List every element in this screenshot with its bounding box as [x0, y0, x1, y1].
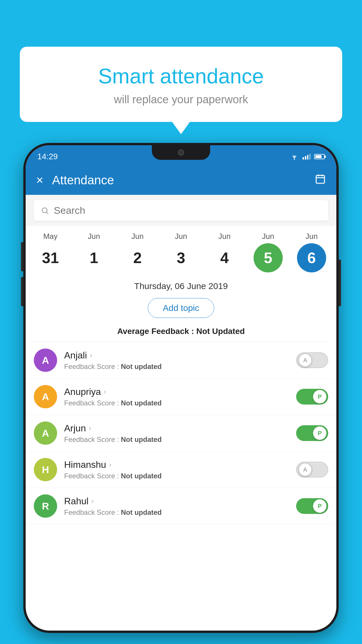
- student-list: AAnjali›Feedback Score : Not updatedAAAn…: [26, 342, 336, 524]
- student-name: Anupriya: [64, 386, 101, 397]
- student-list-item[interactable]: AArjun›Feedback Score : Not updatedP: [26, 415, 336, 452]
- cal-month-label: Jun: [305, 232, 318, 241]
- status-time: 14:29: [37, 152, 58, 161]
- app-header: × Attendance: [26, 166, 336, 195]
- student-avatar: A: [34, 385, 57, 408]
- student-feedback-score: Feedback Score : Not updated: [64, 363, 296, 371]
- close-button[interactable]: ×: [36, 174, 43, 186]
- add-topic-row: Add topic: [26, 294, 336, 324]
- phone-frame: 14:29: [23, 143, 339, 633]
- student-name-row: Anjali›: [64, 350, 296, 361]
- cal-date-number: 1: [79, 243, 108, 272]
- toggle-knob: P: [313, 426, 326, 440]
- calendar-day[interactable]: Jun2: [119, 232, 157, 272]
- student-info: Himanshu›Feedback Score : Not updated: [64, 459, 296, 480]
- cal-date-number: 5: [254, 243, 283, 272]
- calendar-day[interactable]: Jun4: [205, 232, 243, 272]
- attendance-toggle[interactable]: A: [296, 462, 328, 477]
- toggle-knob: P: [313, 499, 326, 513]
- student-avatar: H: [34, 458, 57, 481]
- student-info: Anupriya›Feedback Score : Not updated: [64, 386, 296, 407]
- calendar-strip: May31Jun1Jun2Jun3Jun4Jun5Jun6: [26, 226, 336, 275]
- student-info: Anjali›Feedback Score : Not updated: [64, 350, 296, 371]
- cal-month-label: Jun: [175, 232, 187, 241]
- svg-point-0: [294, 159, 295, 160]
- attendance-toggle[interactable]: A: [296, 352, 328, 368]
- cal-date-number: 3: [166, 243, 196, 272]
- cal-month-label: Jun: [218, 232, 231, 241]
- student-feedback-score: Feedback Score : Not updated: [64, 508, 296, 517]
- student-list-item[interactable]: AAnjali›Feedback Score : Not updatedA: [26, 342, 336, 379]
- bubble-subtitle: will replace your paperwork: [34, 93, 328, 106]
- student-info: Rahul›Feedback Score : Not updated: [64, 496, 296, 517]
- calendar-day[interactable]: Jun6: [293, 232, 331, 272]
- avg-feedback-label: Average Feedback :: [117, 327, 196, 336]
- search-input[interactable]: [54, 205, 321, 216]
- attendance-toggle[interactable]: P: [296, 498, 328, 514]
- avg-feedback-row: Average Feedback : Not Updated: [26, 324, 336, 342]
- calendar-day[interactable]: Jun5: [249, 232, 287, 272]
- chevron-right-icon: ›: [109, 461, 111, 469]
- student-list-item[interactable]: AAnupriya›Feedback Score : Not updatedP: [26, 379, 336, 415]
- chevron-right-icon: ›: [90, 351, 92, 359]
- chevron-right-icon: ›: [92, 497, 94, 505]
- student-feedback-score: Feedback Score : Not updated: [64, 435, 296, 444]
- toggle-knob: A: [298, 463, 312, 476]
- battery-icon: [314, 154, 325, 159]
- volume-up-button[interactable]: [21, 242, 23, 271]
- student-avatar: A: [34, 421, 57, 445]
- selected-date-label: Thursday, 06 June 2019: [134, 281, 228, 291]
- cal-month-label: Jun: [88, 232, 100, 241]
- search-container: [26, 195, 336, 226]
- cal-date-number: 6: [297, 243, 326, 272]
- wifi-icon: [290, 153, 299, 160]
- add-topic-button[interactable]: Add topic: [148, 298, 214, 318]
- student-avatar: R: [34, 494, 57, 518]
- student-name: Himanshu: [64, 459, 106, 470]
- student-name: Rahul: [64, 496, 89, 507]
- svg-point-5: [42, 208, 47, 213]
- volume-down-button[interactable]: [21, 277, 23, 306]
- search-icon: [41, 206, 49, 215]
- phone-screen: 14:29: [26, 145, 336, 631]
- speech-bubble-container: Smart attendance will replace your paper…: [20, 47, 342, 122]
- cal-date-number: 2: [123, 243, 152, 272]
- calendar-button[interactable]: [315, 174, 326, 187]
- status-icons: [290, 153, 325, 160]
- student-feedback-score: Feedback Score : Not updated: [64, 399, 296, 407]
- cal-month-label: Jun: [262, 232, 274, 241]
- attendance-toggle[interactable]: P: [296, 425, 328, 441]
- student-list-item[interactable]: RRahul›Feedback Score : Not updatedP: [26, 488, 336, 524]
- student-list-item[interactable]: HHimanshu›Feedback Score : Not updatedA: [26, 452, 336, 488]
- svg-rect-1: [316, 175, 325, 183]
- cal-month-label: Jun: [131, 232, 144, 241]
- header-title: Attendance: [52, 173, 315, 187]
- avg-feedback-text: Average Feedback : Not Updated: [117, 327, 245, 336]
- power-button[interactable]: [339, 260, 341, 306]
- student-name-row: Arjun›: [64, 423, 296, 434]
- cal-date-number: 31: [36, 243, 65, 272]
- camera-icon: [178, 149, 184, 156]
- student-info: Arjun›Feedback Score : Not updated: [64, 423, 296, 444]
- phone-notch: [152, 145, 210, 160]
- phone-container: 14:29: [23, 143, 339, 644]
- calendar-icon: [315, 174, 326, 185]
- avg-feedback-value: Not Updated: [196, 327, 245, 336]
- calendar-day[interactable]: Jun3: [162, 232, 200, 272]
- date-label-row: Thursday, 06 June 2019: [26, 275, 336, 294]
- student-name: Arjun: [64, 423, 86, 434]
- student-name-row: Anupriya›: [64, 386, 296, 397]
- calendar-day[interactable]: May31: [31, 232, 69, 272]
- toggle-knob: P: [313, 390, 326, 403]
- attendance-toggle[interactable]: P: [296, 389, 328, 405]
- cal-date-number: 4: [210, 243, 239, 272]
- svg-line-6: [47, 212, 48, 214]
- speech-bubble: Smart attendance will replace your paper…: [20, 47, 342, 122]
- signal-icon: [303, 154, 311, 160]
- bubble-title: Smart attendance: [34, 64, 328, 88]
- student-name: Anjali: [64, 350, 87, 361]
- search-input-wrapper[interactable]: [34, 200, 328, 221]
- student-avatar: A: [34, 349, 57, 372]
- toggle-knob: A: [298, 354, 312, 367]
- calendar-day[interactable]: Jun1: [75, 232, 113, 272]
